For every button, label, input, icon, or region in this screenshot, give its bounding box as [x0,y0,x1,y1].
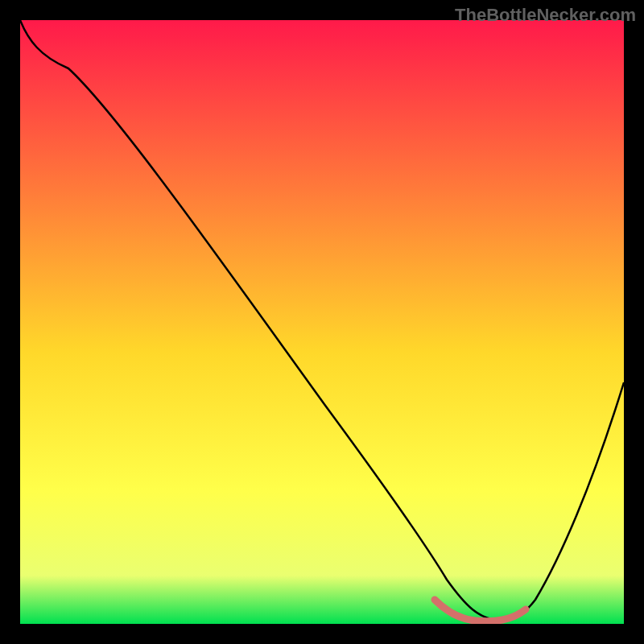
chart-svg [20,20,624,624]
gradient-background [20,20,624,624]
plot-area [20,20,624,624]
chart-container: TheBottleNecker.com [0,0,644,644]
watermark-text: TheBottleNecker.com [455,5,636,26]
